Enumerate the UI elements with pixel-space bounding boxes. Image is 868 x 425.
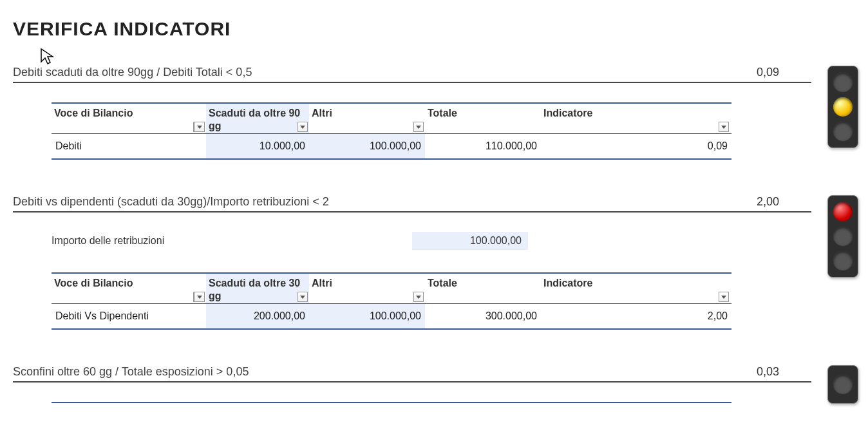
cell-totale: 300.000,00 [425, 304, 541, 330]
indicator-section-1: Debiti scaduti da oltre 90gg / Debiti To… [13, 66, 855, 160]
filter-dropdown-icon[interactable] [719, 292, 729, 302]
header-label: Indicatore [543, 278, 592, 288]
section-title: Sconfini oltre 60 gg / Totale esposizion… [13, 365, 757, 379]
col-header-indicatore[interactable]: Indicatore [541, 103, 731, 134]
light-yellow [833, 227, 853, 246]
header-label: Scaduti da oltre 90 [209, 108, 300, 118]
cell-voce: Debiti Vs Dipendenti [52, 304, 206, 330]
indicator-table: Voce di Bilancio Scaduti da oltre 90 gg … [52, 102, 731, 160]
header-label: Totale [428, 278, 457, 288]
sub-row-retribuzioni: Importo delle retribuzioni 100.000,00 [52, 232, 731, 250]
cell-scaduti[interactable]: 10.000,00 [206, 134, 309, 160]
light-yellow [833, 97, 853, 117]
table-row: Debiti Vs Dipendenti 200.000,00 100.000,… [52, 304, 731, 330]
cell-altri[interactable]: 100.000,00 [309, 304, 425, 330]
filter-dropdown-icon[interactable] [297, 122, 308, 132]
traffic-light-icon [827, 195, 858, 278]
col-header-altri[interactable]: Altri [309, 103, 425, 134]
cell-totale: 110.000,00 [425, 134, 541, 160]
col-header-voce[interactable]: Voce di Bilancio [52, 103, 206, 134]
indicator-section-2: Debiti vs dipendenti (scaduti da 30gg)/I… [13, 195, 855, 330]
light-red [833, 375, 853, 394]
header-label: Totale [428, 108, 457, 118]
filter-dropdown-icon[interactable] [194, 292, 205, 302]
filter-dropdown-icon[interactable] [297, 292, 308, 302]
col-header-voce[interactable]: Voce di Bilancio [52, 273, 206, 304]
header-label: Indicatore [543, 108, 592, 118]
header-label: Altri [312, 108, 332, 118]
section-value: 0,09 [757, 66, 811, 79]
cell-scaduti[interactable]: 200.000,00 [206, 304, 309, 330]
page-title: VERIFICA INDICATORI [13, 18, 855, 40]
subrow-label: Importo delle retribuzioni [52, 235, 412, 247]
section-title: Debiti vs dipendenti (scaduti da 30gg)/I… [13, 195, 757, 209]
table-top-border [52, 402, 731, 403]
subrow-value[interactable]: 100.000,00 [412, 232, 528, 250]
header-label: Voce di Bilancio [54, 108, 133, 118]
light-green [833, 251, 853, 270]
section-value: 2,00 [757, 195, 811, 209]
cell-indicatore: 2,00 [541, 304, 731, 330]
section-header: Debiti scaduti da oltre 90gg / Debiti To… [13, 66, 811, 83]
col-header-altri[interactable]: Altri [309, 273, 425, 304]
filter-dropdown-icon[interactable] [413, 292, 424, 302]
indicator-section-3: Sconfini oltre 60 gg / Totale esposizion… [13, 365, 855, 403]
cell-indicatore: 0,09 [541, 134, 731, 160]
section-value: 0,03 [757, 365, 811, 379]
table-row: Debiti 10.000,00 100.000,00 110.000,00 0… [52, 134, 731, 160]
header-label-gg: gg [209, 120, 222, 132]
section-title: Debiti scaduti da oltre 90gg / Debiti To… [13, 66, 757, 79]
section-header: Debiti vs dipendenti (scaduti da 30gg)/I… [13, 195, 811, 212]
col-header-totale[interactable]: Totale [425, 103, 541, 134]
col-header-indicatore[interactable]: Indicatore [541, 273, 731, 304]
header-label: Altri [312, 278, 332, 288]
col-header-scaduti[interactable]: Scaduti da oltre 90 gg [206, 103, 309, 134]
cell-voce: Debiti [52, 134, 206, 160]
header-label: Scaduti da oltre 30 [209, 278, 300, 288]
header-label: Voce di Bilancio [54, 278, 133, 288]
traffic-light-icon [827, 365, 858, 404]
light-green [833, 122, 853, 141]
col-header-scaduti[interactable]: Scaduti da oltre 30 gg [206, 273, 309, 304]
traffic-light-icon [827, 66, 858, 148]
light-red [833, 73, 853, 92]
section-header: Sconfini oltre 60 gg / Totale esposizion… [13, 365, 811, 382]
filter-dropdown-icon[interactable] [413, 122, 424, 132]
filter-dropdown-icon[interactable] [719, 122, 729, 132]
cell-altri[interactable]: 100.000,00 [309, 134, 425, 160]
light-red [833, 202, 853, 222]
col-header-totale[interactable]: Totale [425, 273, 541, 304]
indicator-table: Voce di Bilancio Scaduti da oltre 30 gg … [52, 272, 731, 330]
header-label-gg: gg [209, 290, 222, 302]
filter-dropdown-icon[interactable] [194, 122, 205, 132]
